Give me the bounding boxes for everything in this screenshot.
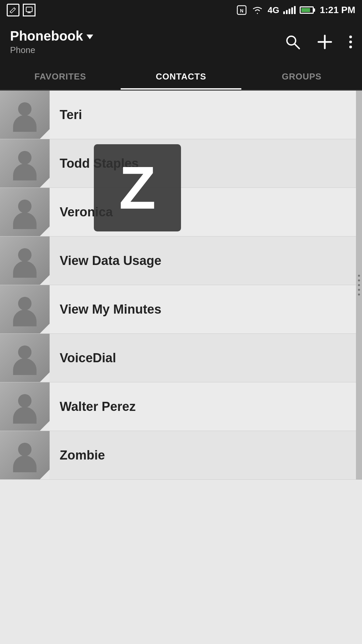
- scroll-dot: [358, 275, 360, 277]
- contact-name: Zombie: [50, 448, 362, 463]
- avatar: [0, 188, 50, 236]
- more-dot-3: [349, 46, 352, 48]
- contact-row[interactable]: Teri: [0, 91, 362, 139]
- search-button[interactable]: [285, 34, 300, 50]
- avatar: [0, 285, 50, 334]
- svg-rect-0: [26, 7, 32, 12]
- app-title-text: Phonebook: [10, 29, 83, 44]
- app-title-section[interactable]: Phonebook Phone: [10, 29, 93, 55]
- avatar-silhouette: [11, 391, 38, 422]
- signal-bars: [283, 6, 296, 14]
- contact-name: View My Minutes: [50, 302, 362, 317]
- wifi-icon: [251, 5, 263, 15]
- notification-icon: [7, 4, 19, 16]
- avatar: [0, 91, 50, 139]
- contact-row[interactable]: Zombie: [0, 431, 362, 480]
- tab-bar: FAVORITES CONTACTS GROUPS: [0, 64, 362, 91]
- app-bar-actions: [285, 34, 352, 50]
- alphabetic-scroll-overlay: Z: [94, 144, 181, 231]
- avatar-silhouette: [11, 343, 38, 373]
- contact-list: Teri Todd Staples Veronica View Data Usa…: [0, 91, 362, 480]
- app-title-group[interactable]: Phonebook: [10, 29, 93, 44]
- app-subtitle: Phone: [10, 45, 93, 55]
- contact-row[interactable]: View My Minutes: [0, 285, 362, 334]
- avatar-silhouette: [11, 197, 38, 227]
- avatar-silhouette: [11, 100, 38, 130]
- screenshot-icon: [23, 4, 36, 16]
- avatar: [0, 334, 50, 382]
- contact-row[interactable]: Veronica: [0, 188, 362, 236]
- battery-icon: [300, 6, 314, 14]
- more-options-button[interactable]: [349, 36, 352, 48]
- more-dot-2: [349, 41, 352, 43]
- more-dot-1: [349, 36, 352, 38]
- svg-text:N: N: [240, 8, 243, 13]
- avatar: [0, 236, 50, 285]
- scroll-dot: [358, 279, 360, 281]
- tab-favorites[interactable]: FAVORITES: [0, 64, 121, 90]
- contact-name: Teri: [50, 108, 362, 122]
- avatar-silhouette: [11, 246, 38, 276]
- contact-name: VoiceDial: [50, 351, 362, 365]
- add-contact-button[interactable]: [317, 34, 333, 50]
- contact-row[interactable]: VoiceDial: [0, 334, 362, 382]
- contact-row[interactable]: Todd Staples: [0, 139, 362, 188]
- status-right-icons: N 4G 1:21 PM: [236, 4, 355, 16]
- status-bar: N 4G 1:21 PM: [0, 0, 362, 20]
- scroll-letter: Z: [119, 158, 156, 218]
- scroll-indicator[interactable]: [356, 91, 362, 480]
- contact-name: View Data Usage: [50, 254, 362, 268]
- contact-row[interactable]: Walter Perez: [0, 382, 362, 431]
- svg-line-6: [295, 44, 299, 49]
- tab-groups[interactable]: GROUPS: [241, 64, 362, 90]
- avatar: [0, 382, 50, 431]
- scroll-dot: [358, 284, 360, 286]
- avatar-silhouette: [11, 148, 38, 178]
- scroll-dot: [358, 289, 360, 291]
- contact-row[interactable]: View Data Usage: [0, 236, 362, 285]
- avatar-silhouette: [11, 294, 38, 324]
- status-left-icons: [7, 4, 36, 16]
- nfc-icon: N: [236, 4, 247, 16]
- avatar: [0, 431, 50, 480]
- network-type: 4G: [267, 5, 279, 15]
- dropdown-arrow-icon[interactable]: [86, 35, 93, 39]
- scroll-dot: [358, 293, 360, 296]
- app-bar: Phonebook Phone: [0, 20, 362, 64]
- contact-name: Walter Perez: [50, 399, 362, 414]
- tab-contacts[interactable]: CONTACTS: [121, 64, 241, 90]
- avatar-silhouette: [11, 440, 38, 470]
- avatar: [0, 139, 50, 188]
- status-time: 1:21 PM: [320, 5, 355, 15]
